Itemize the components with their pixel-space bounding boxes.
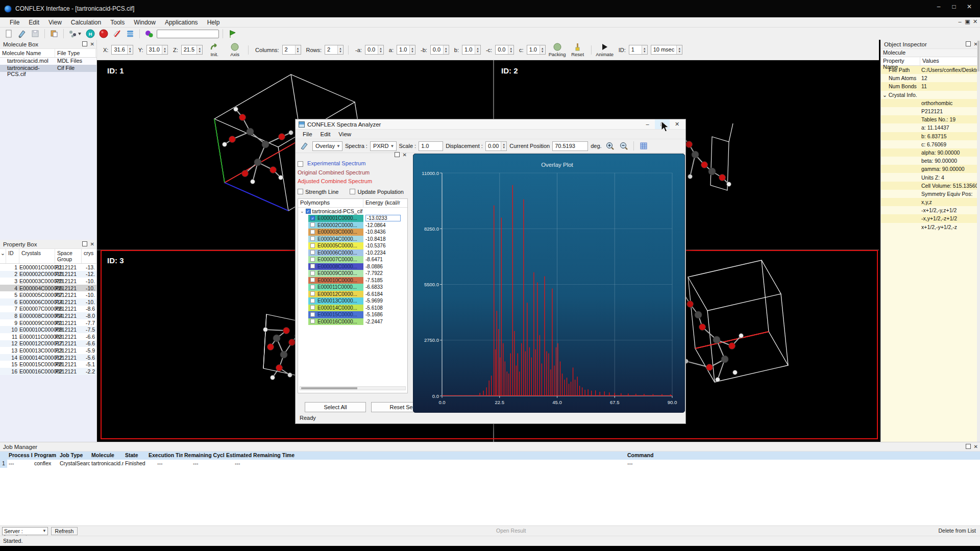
inspector-row[interactable]: ⌄ Crystal Info.	[881, 91, 980, 99]
float-panel-icon[interactable]	[966, 444, 971, 449]
float-panel-icon[interactable]	[82, 41, 87, 46]
polymorph-row[interactable]: E000013C0000...-5.9699	[298, 297, 407, 305]
zoom-out-button[interactable]	[618, 141, 629, 151]
menu-calculation[interactable]: Calculation	[66, 18, 106, 27]
inspector-row[interactable]: P212121	[881, 107, 980, 115]
rows-stepper[interactable]: 2▲▼	[325, 45, 344, 55]
open-spectrum-button[interactable]	[299, 141, 310, 151]
polymorph-row[interactable]: E000015C0000...-5.1686	[298, 311, 407, 318]
property-row[interactable]: 13E000013C000013P212121-5.9	[0, 347, 96, 354]
inspector-row[interactable]: Units Z: 4	[881, 173, 980, 181]
spinner-arrows-icon[interactable]: ▲▼	[295, 45, 301, 54]
property-row[interactable]: 12E000012C000017P212121-6.6	[0, 340, 96, 347]
column-command[interactable]: Command	[626, 452, 980, 460]
polymorph-row[interactable]: E000004C0000...-10.8418	[298, 236, 407, 243]
property-row[interactable]: 7E000007C000006P212121-8.6	[0, 306, 96, 313]
property-row[interactable]: 3E000003C000020P212121-10.	[0, 278, 96, 285]
cell-b-stepper[interactable]: 1.0▲▼	[462, 45, 481, 55]
current-position-input[interactable]: 70.5193	[552, 141, 588, 151]
window-maximize-button[interactable]: □	[946, 0, 962, 13]
inspector-row[interactable]: a: 11.14437	[881, 123, 980, 132]
inspector-row[interactable]: Symmetry Equiv Pos:	[881, 190, 980, 198]
inspector-row[interactable]: x+1/2,-y+1/2,-z	[881, 223, 980, 231]
displacement-stepper[interactable]: 0.00▲▼	[485, 141, 507, 151]
packing-button[interactable]: Packing	[549, 43, 566, 57]
polymorph-checkbox[interactable]	[310, 291, 315, 296]
column-state[interactable]: State	[124, 452, 147, 460]
inspector-row[interactable]: Tables No.: 19	[881, 115, 980, 123]
refresh-button[interactable]: Refresh	[51, 527, 78, 535]
menu-file[interactable]: File	[5, 18, 24, 27]
polymorph-checkbox[interactable]	[310, 230, 315, 234]
polymorph-row[interactable]: E000005C0000...-10.5376	[298, 242, 407, 249]
spinner-arrows-icon[interactable]: ▲▼	[475, 45, 480, 54]
inspector-row[interactable]: -x,y+1/2,-z+1/2	[881, 214, 980, 222]
polymorph-row[interactable]: E000006C0000...-10.2234	[298, 249, 407, 257]
property-row[interactable]: 1E000001C000011P212121-13.	[0, 264, 96, 271]
job-row[interactable]: 1---conflexCrystalSearchtartronicacid.mo…	[0, 460, 980, 468]
column-values[interactable]: Values	[920, 57, 977, 65]
experimental-spectrum-checkbox[interactable]	[298, 161, 303, 167]
save-file-button[interactable]	[30, 29, 41, 39]
spinner-arrows-icon[interactable]: ▲▼	[540, 45, 545, 54]
init-button[interactable]: Init.	[206, 43, 223, 57]
clean-structure-button[interactable]	[143, 29, 155, 39]
menu-tools[interactable]: Tools	[106, 18, 129, 27]
column-energy[interactable]: Energy (kcal/r	[363, 199, 407, 207]
cell-minus-c-stepper[interactable]: 0.0▲▼	[495, 45, 514, 55]
molecule-row[interactable]: tartronicacid.molMDL Files	[0, 58, 96, 65]
search-input[interactable]	[157, 30, 219, 38]
add-hydrogen-button[interactable]: H	[85, 29, 96, 39]
axis-y-stepper[interactable]: 31.0▲▼	[146, 45, 168, 55]
polymorph-checkbox[interactable]	[310, 312, 315, 317]
column-id[interactable]: ID	[6, 249, 19, 263]
menu-window[interactable]: Window	[129, 18, 160, 27]
polymorph-row[interactable]: E000008C0000...-8.0886	[298, 263, 407, 270]
polymorph-checkbox[interactable]: ✓	[310, 216, 315, 220]
dialog-menu-edit[interactable]: Edit	[316, 130, 335, 138]
new-file-button[interactable]	[3, 29, 14, 39]
column-remaining-cycle[interactable]: Remaining Cycle	[183, 452, 225, 460]
menu-view[interactable]: View	[44, 18, 66, 27]
polymorph-checkbox[interactable]	[310, 250, 315, 255]
polymorph-checkbox[interactable]	[310, 264, 315, 268]
mdi-close-icon[interactable]: ✕	[971, 18, 979, 25]
spinner-arrows-icon[interactable]: ▲▼	[676, 45, 682, 54]
property-row[interactable]: 16E000016C000002P212121-2.2	[0, 368, 96, 375]
column-process-id[interactable]: Process ID	[7, 452, 33, 460]
spinner-arrows-icon[interactable]: ▲▼	[443, 45, 449, 54]
column-estimated-remaining-time[interactable]: Estimated Remaining Time	[225, 452, 626, 460]
polymorph-checkbox[interactable]	[310, 236, 315, 241]
property-row[interactable]: 10E000010C000009P212121-7.5	[0, 326, 96, 333]
window-minimize-button[interactable]: –	[931, 0, 946, 13]
spinner-arrows-icon[interactable]: ▲▼	[162, 45, 167, 54]
menu-applications[interactable]: Applications	[160, 18, 203, 27]
mdi-restore-icon[interactable]: ▣	[964, 18, 971, 25]
inspector-row[interactable]: beta: 90.00000	[881, 157, 980, 165]
dialog-menu-file[interactable]: File	[299, 130, 316, 138]
polymorph-checkbox[interactable]	[310, 285, 315, 289]
select-all-button[interactable]: Select All	[305, 402, 366, 412]
dialog-close-button[interactable]: ✕	[670, 119, 684, 129]
spinner-arrows-icon[interactable]: ▲▼	[378, 45, 383, 54]
axis-z-stepper[interactable]: 21.5▲▼	[181, 45, 203, 55]
polymorph-checkbox[interactable]	[310, 222, 315, 227]
column-property-name[interactable]: Property Name	[881, 57, 920, 65]
spinner-arrows-icon[interactable]: ▲▼	[127, 45, 133, 54]
float-panel-icon[interactable]	[82, 241, 87, 246]
property-row[interactable]: 4E000004C000005P212121-10.	[0, 285, 96, 292]
property-row[interactable]: 11E000011C000003P212121-6.6	[0, 333, 96, 340]
polymorph-row[interactable]: E000014C0000...-5.6108	[298, 305, 407, 312]
inspector-row[interactable]: orthorhombic	[881, 99, 980, 107]
axis-button[interactable]: Axis	[226, 43, 243, 57]
column-molecule-name[interactable]: Molecule Name	[0, 49, 55, 57]
inspector-row[interactable]: Num Atoms12	[881, 74, 980, 82]
delete-from-list-button[interactable]: Delete from List	[938, 528, 976, 534]
mdi-minimize-icon[interactable]: –	[956, 18, 964, 24]
inspector-row[interactable]: b: 6.83715	[881, 132, 980, 140]
polymorph-list-hscrollbar[interactable]	[300, 386, 406, 390]
molecule-row[interactable]: tartronicacid-PCS.cifCif File	[0, 65, 96, 72]
polymorph-checkbox[interactable]	[310, 243, 315, 248]
reset-button[interactable]: Reset	[569, 43, 586, 57]
collapse-chevron-icon[interactable]: ⌄	[0, 249, 6, 263]
